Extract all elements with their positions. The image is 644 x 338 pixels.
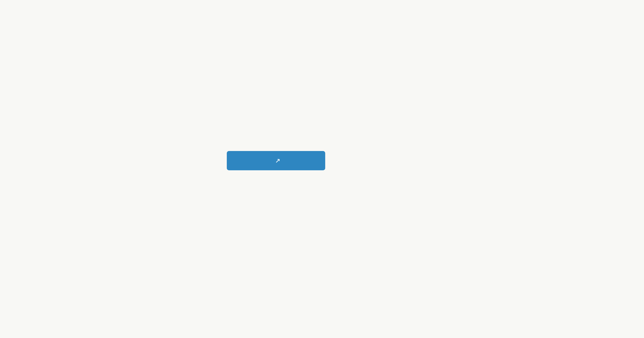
center-node[interactable]: ↗ <box>227 151 325 170</box>
external-link-icon: ↗ <box>275 157 280 164</box>
mindmap-container: ↗ <box>0 0 644 338</box>
